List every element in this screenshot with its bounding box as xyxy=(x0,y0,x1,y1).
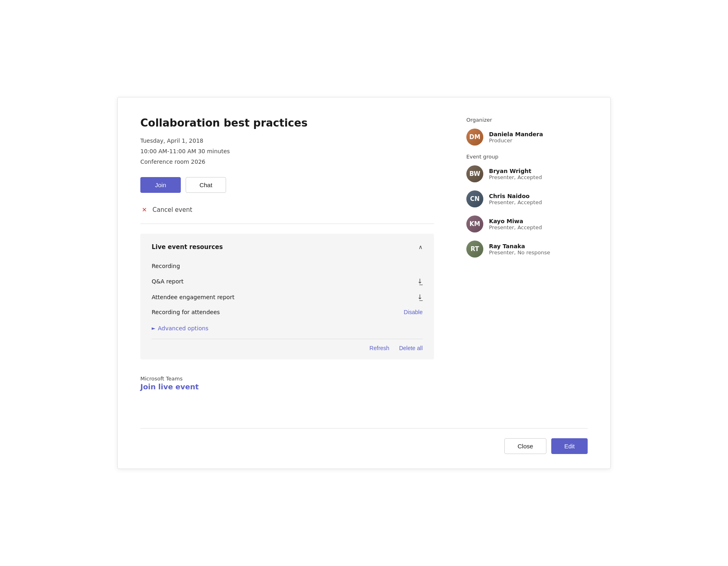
organizer-row: DM Daniela Mandera Producer xyxy=(466,129,588,146)
person-name-bryan: Bryan Wright xyxy=(489,168,542,174)
person-name-chris: Chris Naidoo xyxy=(489,193,542,199)
avatar-chris: CN xyxy=(466,190,483,207)
event-meta: Tuesday, April 1, 2018 10:00 AM-11:00 AM… xyxy=(140,136,434,167)
ms-teams-row: Microsoft Teams Join live event xyxy=(140,376,434,391)
avatar-initials-organizer: DM xyxy=(469,133,480,141)
resource-recording-attendees-label: Recording for attendees xyxy=(152,309,220,315)
resource-recording-attendees: Recording for attendees Disable xyxy=(152,305,423,319)
refresh-button[interactable]: Refresh xyxy=(370,345,389,351)
resource-qa: Q&A report ↓̲ xyxy=(152,273,423,289)
person-name-ray: Ray Tanaka xyxy=(489,243,550,249)
avatar-initials-chris: CN xyxy=(470,195,480,203)
avatar-bryan: BW xyxy=(466,165,483,182)
resources-title: Live event resources xyxy=(152,243,223,251)
event-dialog: Collaboration best practices Tuesday, Ap… xyxy=(117,97,611,469)
advanced-options-row[interactable]: ► Advanced options xyxy=(152,325,423,332)
cancel-icon: ✕ xyxy=(140,206,148,214)
organizer-role: Producer xyxy=(489,137,543,144)
event-date: Tuesday, April 1, 2018 xyxy=(140,136,434,146)
delete-all-button[interactable]: Delete all xyxy=(399,345,423,351)
resource-qa-label: Q&A report xyxy=(152,278,184,285)
resource-attendee-label: Attendee engagement report xyxy=(152,294,235,300)
organizer-heading: Organizer xyxy=(466,117,588,123)
person-role-kayo: Presenter, Accepted xyxy=(489,224,542,230)
cancel-row: ✕ Cancel event xyxy=(140,206,434,224)
close-button[interactable]: Close xyxy=(504,438,546,454)
edit-button[interactable]: Edit xyxy=(551,438,588,454)
person-role-ray: Presenter, No response xyxy=(489,249,550,256)
organizer-name: Daniela Mandera xyxy=(489,131,543,137)
avatar-organizer: DM xyxy=(466,129,483,146)
event-title: Collaboration best practices xyxy=(140,117,434,129)
advanced-arrow-icon: ► xyxy=(152,325,155,331)
disable-button[interactable]: Disable xyxy=(404,309,423,315)
avatar-kayo: KM xyxy=(466,215,483,232)
resource-attendee: Attendee engagement report ↓̲ xyxy=(152,289,423,305)
event-time: 10:00 AM-11:00 AM 30 minutes xyxy=(140,147,434,156)
event-location: Conference room 2026 xyxy=(140,157,434,167)
download-qa-icon[interactable]: ↓̲ xyxy=(417,277,423,285)
event-group-member-kayo: KM Kayo Miwa Presenter, Accepted xyxy=(466,215,588,232)
avatar-initials-kayo: KM xyxy=(470,220,480,228)
dialog-footer: Close Edit xyxy=(140,428,588,454)
join-button[interactable]: Join xyxy=(140,177,181,193)
person-name-kayo: Kayo Miwa xyxy=(489,218,542,224)
ms-teams-label: Microsoft Teams xyxy=(140,376,434,382)
chevron-up-icon[interactable]: ∧ xyxy=(419,244,423,250)
resource-recording-label: Recording xyxy=(152,263,180,269)
resource-recording: Recording xyxy=(152,259,423,273)
cancel-label[interactable]: Cancel event xyxy=(152,206,192,213)
person-role-bryan: Presenter, Accepted xyxy=(489,174,542,180)
event-group-member-ray: RT Ray Tanaka Presenter, No response xyxy=(466,241,588,258)
advanced-options-label[interactable]: Advanced options xyxy=(158,325,208,332)
person-role-chris: Presenter, Accepted xyxy=(489,199,542,205)
avatar-initials-bryan: BW xyxy=(469,170,480,177)
chat-button[interactable]: Chat xyxy=(186,177,226,193)
event-group-heading: Event group xyxy=(466,154,588,160)
avatar-ray: RT xyxy=(466,241,483,258)
avatar-initials-ray: RT xyxy=(470,245,479,253)
event-group-member-bryan: BW Bryan Wright Presenter, Accepted xyxy=(466,165,588,182)
join-live-event-link[interactable]: Join live event xyxy=(140,382,434,391)
resources-panel: Live event resources ∧ Recording Q&A rep… xyxy=(140,234,434,359)
event-group-member-chris: CN Chris Naidoo Presenter, Accepted xyxy=(466,190,588,207)
download-attendee-icon[interactable]: ↓̲ xyxy=(417,293,423,301)
